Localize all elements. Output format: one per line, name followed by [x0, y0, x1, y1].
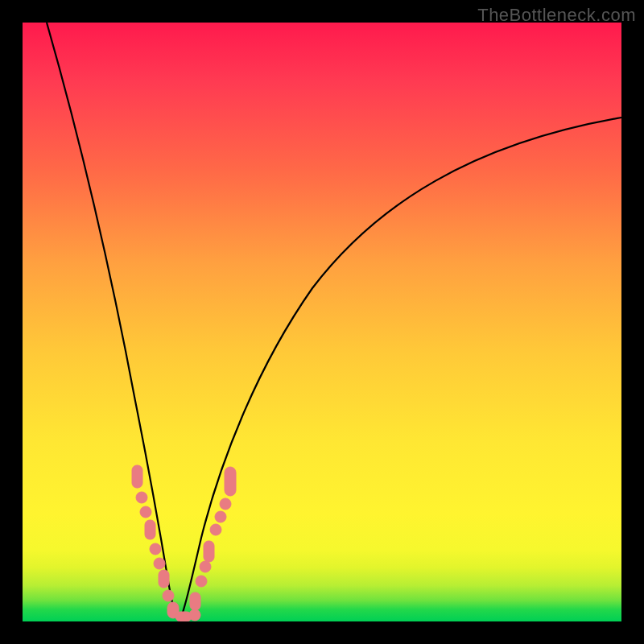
marker-bead: [163, 590, 174, 601]
curve-left: [47, 23, 180, 621]
marker-bead: [200, 561, 211, 572]
marker-bead: [154, 558, 165, 569]
marker-bead: [210, 524, 221, 535]
marker-bead: [145, 520, 155, 539]
marker-bead: [140, 506, 151, 518]
marker-bead: [190, 592, 200, 610]
chart-frame: TheBottleneck.com: [0, 0, 644, 644]
marker-bead: [189, 609, 200, 621]
chart-plot-area: [23, 23, 621, 621]
marker-bead: [196, 576, 207, 587]
marker-bead: [136, 492, 147, 503]
marker-cluster-left: [132, 465, 179, 618]
chart-svg: [23, 23, 621, 621]
marker-bead: [150, 543, 161, 555]
marker-bead: [215, 511, 226, 522]
marker-bead: [225, 467, 236, 496]
marker-bead: [132, 465, 142, 488]
marker-cluster-bottom: [175, 609, 200, 621]
curve-right: [180, 118, 621, 621]
marker-bead: [159, 570, 169, 588]
marker-bead: [220, 498, 231, 510]
marker-cluster-right: [190, 467, 236, 610]
marker-bead: [204, 541, 214, 562]
